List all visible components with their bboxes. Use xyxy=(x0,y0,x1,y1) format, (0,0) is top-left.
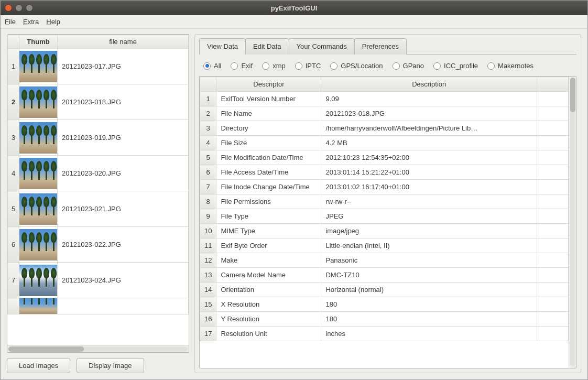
file-row[interactable]: 120121023-017.JPG xyxy=(8,49,189,84)
tab-view-data[interactable]: View Data xyxy=(199,38,246,55)
thumbnail-image xyxy=(19,122,57,154)
data-row[interactable]: 6File Access Date/Time2013:01:14 15:21:2… xyxy=(200,165,569,180)
display-image-button[interactable]: Display Image xyxy=(77,358,144,373)
descriptor-cell: MIME Type xyxy=(216,224,321,238)
filter-iptc[interactable]: IPTC xyxy=(295,62,321,70)
descriptor-cell: Directory xyxy=(216,121,321,136)
description-cell: rw-rw-r-- xyxy=(321,194,537,209)
file-header-corner xyxy=(8,35,19,49)
filter-makernotes[interactable]: Makernotes xyxy=(487,62,533,70)
filter-gps-location[interactable]: GPS/Location xyxy=(330,62,383,70)
filter-label: IPTC xyxy=(306,62,321,70)
data-row[interactable]: 8File Permissionsrw-rw-r-- xyxy=(200,194,569,209)
filter-label: Makernotes xyxy=(498,62,533,70)
filter-label: GPS/Location xyxy=(341,62,383,70)
menu-help[interactable]: Help xyxy=(46,18,60,26)
file-row[interactable]: 720121023-024.JPG xyxy=(8,263,189,298)
descriptor-cell: Orientation xyxy=(216,283,321,297)
file-row[interactable]: 320121023-019.JPG xyxy=(8,120,189,156)
data-row[interactable]: 7File Inode Change Date/Time2013:01:02 1… xyxy=(200,180,569,194)
app-window: pyExifToolGUI File Extra Help Thumb file… xyxy=(0,0,588,380)
descriptor-cell: File Permissions xyxy=(216,194,321,209)
description-cell: Panasonic xyxy=(321,253,537,268)
data-row-number: 11 xyxy=(200,238,216,253)
data-row-number: 6 xyxy=(200,165,216,180)
descriptor-cell: File Access Date/Time xyxy=(216,165,321,180)
filter-radios: AllExifxmpIPTCGPS/LocationGPanoICC_profi… xyxy=(199,60,576,76)
description-cell: Horizontal (normal) xyxy=(321,283,537,297)
data-table: Descriptor Description 1ExifTool Version… xyxy=(199,76,576,368)
thumbnail-image xyxy=(19,51,57,82)
data-row[interactable]: 16Y Resolution180 xyxy=(200,312,569,327)
filter-all[interactable]: All xyxy=(203,62,221,70)
left-pane: Thumb file name 120121023-017.JPG2201210… xyxy=(7,34,189,373)
description-cell: 2013:01:14 15:21:22+01:00 xyxy=(321,165,537,180)
data-row[interactable]: 11Exif Byte OrderLittle-endian (Intel, I… xyxy=(200,238,569,253)
data-row[interactable]: 14OrientationHorizontal (normal) xyxy=(200,283,569,297)
data-row[interactable]: 15X Resolution180 xyxy=(200,297,569,312)
description-cell: 2013:01:02 16:17:40+01:00 xyxy=(321,180,537,194)
filter-gpano[interactable]: GPano xyxy=(393,62,424,70)
description-cell: 4.2 MB xyxy=(321,136,537,150)
file-row[interactable]: 520121023-021.JPG xyxy=(8,191,189,227)
radio-icon xyxy=(231,62,238,70)
data-row[interactable]: 3Directory/home/harryvanderwolf/Afbeeldi… xyxy=(200,121,569,136)
data-table-vscroll[interactable] xyxy=(569,77,576,368)
tab-preferences[interactable]: Preferences xyxy=(354,38,407,55)
data-row-number: 14 xyxy=(200,283,216,297)
filter-label: GPano xyxy=(403,62,424,70)
file-header-filename[interactable]: file name xyxy=(58,35,189,49)
load-images-button[interactable]: Load Images xyxy=(7,358,70,373)
thumbnail-image xyxy=(19,298,57,314)
file-row[interactable]: 620121023-022.JPG xyxy=(8,227,189,263)
file-name-cell: 20121023-024.JPG xyxy=(58,263,189,298)
tab-bar: View DataEdit DataYour CommandsPreferenc… xyxy=(199,38,576,55)
description-cell: 9.09 xyxy=(321,92,537,106)
data-row[interactable]: 4File Size4.2 MB xyxy=(200,136,569,150)
descriptor-cell: Y Resolution xyxy=(216,312,321,327)
data-header-description[interactable]: Description xyxy=(321,77,537,92)
content-area: Thumb file name 120121023-017.JPG2201210… xyxy=(1,29,587,379)
descriptor-cell: Exif Byte Order xyxy=(216,238,321,253)
window-title: pyExifToolGUI xyxy=(1,4,587,12)
description-cell: JPEG xyxy=(321,209,537,224)
description-cell: Little-endian (Intel, II) xyxy=(321,238,537,253)
file-row-number: 3 xyxy=(8,120,19,156)
file-name-cell: 20121023-017.JPG xyxy=(58,49,189,84)
data-row[interactable]: 9File TypeJPEG xyxy=(200,209,569,224)
filter-xmp[interactable]: xmp xyxy=(262,62,286,70)
data-row[interactable]: 13Camera Model NameDMC-TZ10 xyxy=(200,268,569,283)
data-row-number: 17 xyxy=(200,327,216,341)
thumbnail-image xyxy=(19,265,57,296)
file-row-number: 4 xyxy=(8,156,19,191)
description-cell: inches xyxy=(321,327,537,341)
tab-edit-data[interactable]: Edit Data xyxy=(245,38,289,55)
file-row-number: 5 xyxy=(8,191,19,227)
file-list-hscroll[interactable] xyxy=(7,345,189,352)
thumbnail-image xyxy=(19,193,57,225)
file-name-cell: 20121023-020.JPG xyxy=(58,156,189,191)
filter-label: All xyxy=(214,62,221,70)
menu-extra[interactable]: Extra xyxy=(23,18,39,26)
data-header-descriptor[interactable]: Descriptor xyxy=(216,77,321,92)
file-header-thumb[interactable]: Thumb xyxy=(19,35,58,49)
filter-icc-profile[interactable]: ICC_profile xyxy=(433,62,478,70)
file-row[interactable]: 420121023-020.JPG xyxy=(8,156,189,191)
filter-exif[interactable]: Exif xyxy=(231,62,253,70)
file-name-cell: 20121023-022.JPG xyxy=(58,227,189,263)
data-row[interactable]: 10MIME Typeimage/jpeg xyxy=(200,224,569,238)
data-row[interactable]: 17Resolution Unitinches xyxy=(200,327,569,341)
file-row[interactable]: 220121023-018.JPG xyxy=(8,84,189,120)
data-row[interactable]: 1ExifTool Version Number9.09 xyxy=(200,92,569,106)
menu-file[interactable]: File xyxy=(5,18,16,26)
tab-your-commands[interactable]: Your Commands xyxy=(289,38,355,55)
description-cell: DMC-TZ10 xyxy=(321,268,537,283)
data-row[interactable]: 12MakePanasonic xyxy=(200,253,569,268)
data-row[interactable]: 5File Modification Date/Time2012:10:23 1… xyxy=(200,150,569,165)
data-row-number: 16 xyxy=(200,312,216,327)
file-name-cell: 20121023-021.JPG xyxy=(58,191,189,227)
filter-label: xmp xyxy=(273,62,286,70)
file-name-cell xyxy=(58,298,189,314)
file-row[interactable] xyxy=(8,298,189,314)
data-row[interactable]: 2File Name20121023-018.JPG xyxy=(200,106,569,121)
